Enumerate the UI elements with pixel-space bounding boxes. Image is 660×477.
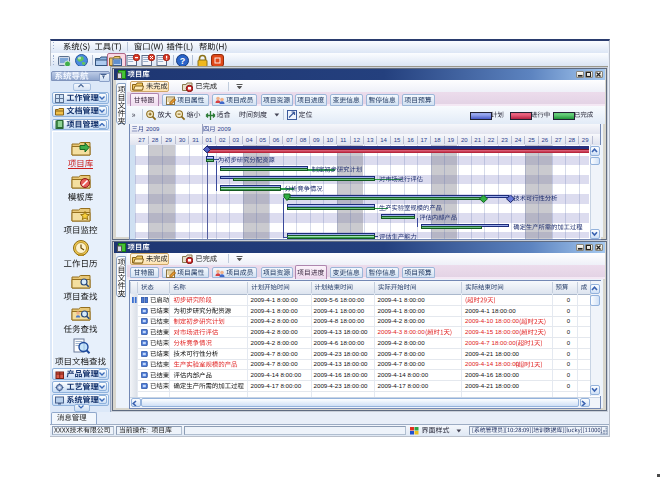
svg-text:?: ? bbox=[180, 56, 186, 66]
